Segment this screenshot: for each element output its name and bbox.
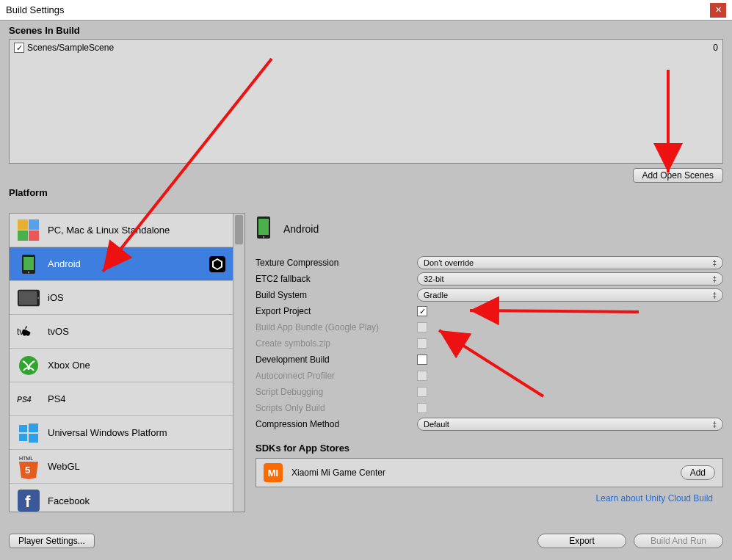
tvos-icon: tv <box>17 320 40 343</box>
platform-label: Platform <box>0 183 732 201</box>
scrollbar-thumb[interactable] <box>235 215 243 244</box>
svg-text:HTML: HTML <box>19 456 33 461</box>
platform-item-ps4[interactable]: PS4 PS4 <box>10 382 233 416</box>
platform-label-tvos: tvOS <box>48 326 69 337</box>
create-symbols-checkbox <box>417 338 427 349</box>
svg-rect-5 <box>23 257 34 270</box>
svg-text:5: 5 <box>25 465 30 476</box>
svg-point-11 <box>37 297 39 299</box>
svg-rect-1 <box>29 219 39 230</box>
chevron-updown-icon <box>712 291 717 299</box>
autoconnect-profiler-checkbox <box>417 371 427 381</box>
svg-point-6 <box>28 271 29 272</box>
titlebar: Build Settings ✕ <box>0 0 732 21</box>
chevron-updown-icon <box>712 274 717 283</box>
platform-item-facebook[interactable]: f Facebook <box>10 484 233 512</box>
cloud-build-link[interactable]: Learn about Unity Cloud Build <box>256 493 713 503</box>
texture-compression-value: Don't override <box>424 258 474 267</box>
chevron-updown-icon <box>712 258 717 267</box>
build-system-value: Gradle <box>424 291 448 299</box>
platform-label-android: Android <box>48 258 81 269</box>
scenes-list[interactable]: Scenes/SampleScene 0 <box>9 39 723 164</box>
platform-label-ps4: PS4 <box>48 393 66 404</box>
platform-item-android[interactable]: Android <box>10 247 233 281</box>
platform-item-xbox[interactable]: Xbox One <box>10 349 233 382</box>
scene-row[interactable]: Scenes/SampleScene 0 <box>14 43 718 53</box>
compression-method-dropdown[interactable]: Default <box>417 418 723 431</box>
sdk-item-xiaomi: MI Xiaomi Mi Game Center Add <box>256 458 723 487</box>
chevron-updown-icon <box>712 420 717 429</box>
platform-item-ios[interactable]: iOS <box>10 281 233 315</box>
svg-rect-25 <box>258 219 269 235</box>
xbox-icon <box>17 354 40 377</box>
svg-point-26 <box>263 236 264 238</box>
build-system-dropdown[interactable]: Gradle <box>417 288 723 302</box>
scripts-only-label: Scripts Only Build <box>256 403 417 413</box>
build-app-bundle-label: Build App Bundle (Google Play) <box>256 322 417 332</box>
platform-label-xbox: Xbox One <box>48 360 90 371</box>
svg-rect-2 <box>18 230 28 241</box>
script-debugging-label: Script Debugging <box>256 387 417 397</box>
xiaomi-icon: MI <box>264 463 283 482</box>
svg-rect-18 <box>29 434 38 443</box>
svg-rect-3 <box>29 230 39 241</box>
etc2-fallback-dropdown[interactable]: 32-bit <box>417 272 723 286</box>
svg-text:PS4: PS4 <box>17 396 32 404</box>
platform-item-uwp[interactable]: Universal Windows Platform <box>10 416 233 450</box>
platform-label-ios: iOS <box>48 292 64 303</box>
platform-item-tvos[interactable]: tv tvOS <box>10 315 233 349</box>
svg-rect-10 <box>19 291 37 305</box>
svg-rect-15 <box>19 425 27 432</box>
player-settings-button[interactable]: Player Settings... <box>9 534 95 548</box>
uwp-icon <box>17 421 40 445</box>
svg-text:f: f <box>25 492 31 511</box>
compression-method-label: Compression Method <box>256 419 417 429</box>
sdk-add-button[interactable]: Add <box>681 465 715 480</box>
svg-rect-0 <box>18 219 28 230</box>
facebook-icon: f <box>17 489 40 512</box>
svg-point-13 <box>19 356 38 375</box>
platform-label-uwp: Universal Windows Platform <box>48 427 167 438</box>
platform-item-webgl[interactable]: HTML5 WebGL <box>10 450 233 484</box>
export-button[interactable]: Export <box>537 534 626 548</box>
build-system-label: Build System <box>256 290 417 300</box>
build-app-bundle-checkbox <box>417 322 427 332</box>
platform-item-standalone[interactable]: PC, Mac & Linux Standalone <box>10 214 233 247</box>
sdks-label: SDKs for App Stores <box>256 443 723 454</box>
platform-label-standalone: PC, Mac & Linux Standalone <box>48 225 170 236</box>
svg-rect-16 <box>29 423 38 432</box>
scene-checkbox[interactable] <box>14 43 24 53</box>
autoconnect-profiler-label: Autoconnect Profiler <box>256 371 417 381</box>
android-icon <box>17 252 40 276</box>
window-title: Build Settings <box>6 4 65 15</box>
texture-compression-dropdown[interactable]: Don't override <box>417 256 723 269</box>
compression-method-value: Default <box>424 420 449 429</box>
scenes-in-build-label: Scenes In Build <box>0 21 732 39</box>
texture-compression-label: Texture Compression <box>256 258 417 268</box>
config-header: Android <box>256 216 723 241</box>
development-build-label: Development Build <box>256 354 417 365</box>
close-button[interactable]: ✕ <box>710 3 726 18</box>
development-build-checkbox[interactable] <box>417 354 427 365</box>
scrollbar[interactable] <box>233 214 244 512</box>
standalone-icon <box>17 219 40 242</box>
config-platform-name: Android <box>283 223 319 235</box>
platform-label-webgl: WebGL <box>48 461 80 472</box>
sdk-item-name: Xiaomi Mi Game Center <box>291 468 385 478</box>
etc2-fallback-value: 32-bit <box>424 274 444 283</box>
script-debugging-checkbox <box>417 387 427 397</box>
scene-index: 0 <box>713 43 718 53</box>
export-project-label: Export Project <box>256 306 417 316</box>
svg-rect-17 <box>19 434 27 441</box>
android-icon <box>256 216 272 241</box>
create-symbols-label: Create symbols.zip <box>256 338 417 349</box>
scene-name: Scenes/SampleScene <box>27 43 114 53</box>
platform-list[interactable]: PC, Mac & Linux Standalone Android iOS <box>9 213 245 512</box>
add-open-scenes-button[interactable]: Add Open Scenes <box>633 168 723 183</box>
scripts-only-checkbox <box>417 403 427 413</box>
webgl-icon: HTML5 <box>17 455 40 479</box>
close-icon: ✕ <box>715 5 722 15</box>
unity-logo-icon <box>209 256 225 272</box>
ios-icon <box>17 286 40 310</box>
export-project-checkbox[interactable] <box>417 306 427 316</box>
